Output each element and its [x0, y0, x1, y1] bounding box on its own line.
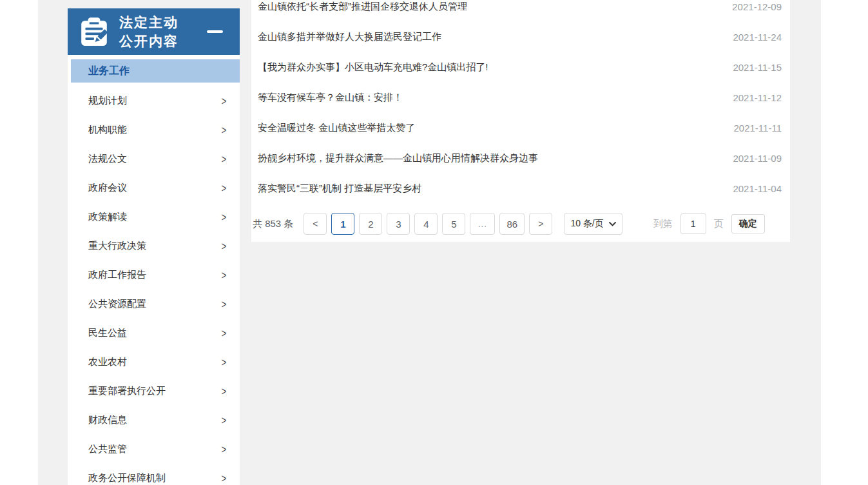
sidebar-menu: 业务工作 规划计划 > 机构职能 > 法规公文 > 政府会议 > 政策解读 >: [68, 55, 240, 485]
goto-page-input[interactable]: [680, 213, 706, 234]
sidebar-item-gov-work-report[interactable]: 政府工作报告 >: [68, 261, 240, 290]
chevron-right-icon: >: [222, 297, 227, 311]
news-title-link[interactable]: 【我为群众办实事】小区电动车充电难?金山镇出招了!: [258, 61, 488, 74]
confirm-button[interactable]: 确定: [731, 214, 765, 233]
sidebar-item-label: 政务公开保障机制: [88, 472, 166, 484]
news-title-link[interactable]: 金山镇依托“长者支部”推进国企移交退休人员管理: [258, 1, 467, 13]
sidebar-item-label: 业务工作: [88, 64, 130, 78]
sidebar-item-label: 重要部署执行公开: [88, 385, 166, 397]
next-page-button[interactable]: >: [529, 213, 552, 235]
page-ellipsis-button[interactable]: ...: [470, 213, 495, 235]
page-button-1[interactable]: 1: [331, 213, 354, 235]
news-title-link[interactable]: 等车没有候车亭？金山镇：安排！: [258, 92, 403, 104]
chevron-right-icon: >: [222, 355, 227, 369]
news-date: 2021-11-24: [733, 32, 782, 43]
sidebar-item-label: 重大行政决策: [88, 240, 146, 252]
news-date: 2021-11-09: [733, 153, 782, 164]
chevron-right-icon: >: [222, 413, 227, 427]
sidebar-item-label: 规划计划: [88, 95, 127, 107]
pagination: 共 853 条 < 1 2 3 4 5 ... 86 > 10 条/页 到第 页…: [251, 212, 790, 235]
chevron-down-icon: [609, 222, 616, 226]
page-button-3[interactable]: 3: [387, 213, 410, 235]
sidebar-item-label: 财政信息: [88, 414, 127, 426]
page-button-86[interactable]: 86: [499, 213, 525, 235]
news-row[interactable]: 金山镇依托“长者支部”推进国企移交退休人员管理 2021-12-09: [251, 0, 790, 22]
sidebar-item-fiscal-info[interactable]: 财政信息 >: [68, 406, 240, 435]
chevron-right-icon: >: [222, 94, 227, 108]
sidebar-item-policy-interpretation[interactable]: 政策解读 >: [68, 203, 240, 232]
sidebar-item-label: 机构职能: [88, 124, 127, 136]
chevron-right-icon: >: [222, 181, 227, 195]
chevron-right-icon: >: [222, 210, 227, 224]
news-row[interactable]: 安全温暖过冬 金山镇这些举措太赞了 2021-11-11: [251, 113, 790, 143]
page: 法定主动 公开内容 业务工作 规划计划 > 机构职能 > 法规公文 > 政府会: [0, 0, 868, 485]
chevron-right-icon: >: [222, 152, 227, 166]
sidebar-item-planning[interactable]: 规划计划 >: [68, 86, 240, 115]
sidebar-item-regulations[interactable]: 法规公文 >: [68, 144, 240, 173]
sidebar-item-label: 农业农村: [88, 356, 127, 368]
news-title-link[interactable]: 金山镇多措并举做好人大换届选民登记工作: [258, 31, 441, 43]
news-date: 2021-11-11: [733, 123, 782, 134]
news-row[interactable]: 金山镇多措并举做好人大换届选民登记工作 2021-11-24: [251, 22, 790, 52]
sidebar-item-label: 政策解读: [88, 211, 127, 223]
news-list: 金山镇依托“长者支部”推进国企移交退休人员管理 2021-12-09 金山镇多措…: [251, 0, 790, 204]
news-row[interactable]: 落实警民“三联”机制 打造基层平安乡村 2021-11-04: [251, 173, 790, 204]
clipboard-pencil-icon: [78, 15, 110, 48]
sidebar-item-public-resources[interactable]: 公共资源配置 >: [68, 290, 240, 319]
sidebar-item-key-deployments[interactable]: 重要部署执行公开 >: [68, 377, 240, 406]
page-size-label: 10 条/页: [570, 218, 603, 230]
sidebar-title: 法定主动 公开内容: [119, 13, 207, 50]
sidebar-item-label: 民生公益: [88, 327, 127, 339]
sidebar-header: 法定主动 公开内容: [68, 8, 240, 55]
news-date: 2021-11-04: [733, 183, 782, 194]
news-date: 2021-11-15: [733, 62, 782, 73]
goto-page-suffix: 页: [714, 218, 724, 230]
page-button-5[interactable]: 5: [442, 213, 465, 235]
chevron-right-icon: >: [222, 384, 227, 398]
sidebar-item-org-functions[interactable]: 机构职能 >: [68, 115, 240, 144]
chevron-right-icon: >: [222, 326, 227, 340]
sidebar-item-label: 政府会议: [88, 182, 127, 194]
chevron-right-icon: >: [222, 268, 227, 282]
sidebar-item-public-supervision[interactable]: 公共监管 >: [68, 435, 240, 464]
page-button-4[interactable]: 4: [414, 213, 438, 235]
sidebar-item-label: 公共监管: [88, 443, 127, 455]
prev-page-button[interactable]: <: [304, 213, 327, 235]
sidebar-item-major-decisions[interactable]: 重大行政决策 >: [68, 232, 240, 261]
news-row[interactable]: 等车没有候车亭？金山镇：安排！ 2021-11-12: [251, 83, 790, 113]
pagination-total: 共 853 条: [253, 218, 293, 230]
sidebar-item-label: 法规公文: [88, 153, 127, 165]
news-title-link[interactable]: 安全温暖过冬 金山镇这些举措太赞了: [258, 122, 415, 134]
page-size-select[interactable]: 10 条/页: [564, 213, 622, 235]
sidebar-title-line1: 法定主动: [119, 15, 178, 30]
chevron-right-icon: >: [222, 239, 227, 253]
minus-collapse-icon[interactable]: [207, 30, 223, 33]
news-row[interactable]: 【我为群众办实事】小区电动车充电难?金山镇出招了! 2021-11-15: [251, 52, 790, 83]
sidebar-item-label: 公共资源配置: [88, 298, 146, 310]
page-button-2[interactable]: 2: [359, 213, 382, 235]
news-row[interactable]: 扮靓乡村环境，提升群众满意——金山镇用心用情解决群众身边事 2021-11-09: [251, 143, 790, 173]
chevron-right-icon: >: [222, 123, 227, 137]
sidebar-item-business-work[interactable]: 业务工作: [71, 59, 240, 83]
goto-page-prefix: 到第: [653, 218, 673, 230]
news-date: 2021-12-09: [732, 1, 782, 12]
chevron-right-icon: >: [222, 442, 227, 456]
news-date: 2021-11-12: [733, 92, 782, 103]
sidebar: 法定主动 公开内容 业务工作 规划计划 > 机构职能 > 法规公文 > 政府会: [68, 8, 240, 485]
sidebar-title-line2: 公开内容: [119, 34, 178, 48]
news-panel: 金山镇依托“长者支部”推进国企移交退休人员管理 2021-12-09 金山镇多措…: [251, 0, 790, 242]
sidebar-item-openness-guarantee[interactable]: 政务公开保障机制 >: [68, 464, 240, 485]
news-title-link[interactable]: 落实警民“三联”机制 打造基层平安乡村: [258, 183, 421, 195]
sidebar-item-livelihood-welfare[interactable]: 民生公益 >: [68, 319, 240, 348]
sidebar-item-agriculture-rural[interactable]: 农业农村 >: [68, 348, 240, 377]
chevron-right-icon: >: [222, 471, 227, 485]
sidebar-item-label: 政府工作报告: [88, 269, 146, 281]
sidebar-item-gov-meetings[interactable]: 政府会议 >: [68, 173, 240, 203]
news-title-link[interactable]: 扮靓乡村环境，提升群众满意——金山镇用心用情解决群众身边事: [258, 152, 538, 164]
